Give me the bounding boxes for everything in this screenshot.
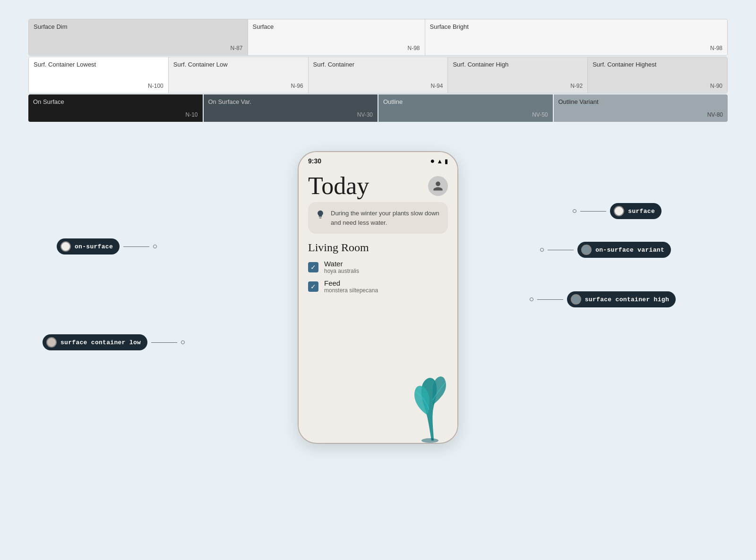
palette-cell-sc-high: Surf. Container High N-92	[448, 57, 588, 93]
pill-dot-on-surface	[60, 241, 71, 252]
annotation-line-on-surface	[123, 246, 149, 247]
task-text-0: Water hoya australis	[324, 260, 359, 274]
sc-low-code: N-96	[291, 83, 303, 89]
phone-status-bar: 9:30 ● ▲ ▮	[299, 152, 457, 168]
bulb-icon	[316, 210, 325, 221]
section-title: Living Room	[308, 241, 448, 254]
on-surface-var-code: NV-30	[357, 111, 373, 118]
signal-icon: ▲	[437, 158, 443, 165]
annotation-pill-surface: surface	[610, 203, 662, 219]
task-checkbox-0: ✓	[308, 262, 318, 272]
task-main-1: Feed	[324, 279, 378, 287]
annotation-surface: surface	[573, 203, 662, 219]
wifi-icon: ●	[430, 157, 435, 165]
palette-cell-sc-low: Surf. Container Low N-96	[169, 57, 309, 93]
annotation-dot-on-surface	[153, 245, 157, 248]
palette-row3: On Surface N-10 On Surface Var. NV-30 Ou…	[28, 94, 728, 122]
annotation-on-surface-variant: on-surface variant	[540, 242, 671, 258]
surface-bright-code: N-98	[710, 45, 722, 51]
annotation-pill-on-surface-variant: on-surface variant	[577, 242, 671, 258]
palette-cell-sc-highest: Surf. Container Highest N-90	[588, 57, 727, 93]
phone-header: Today	[308, 168, 448, 202]
annotation-dot-on-surface-variant	[540, 248, 544, 252]
on-surface-var-label: On Surface Var.	[208, 98, 373, 105]
surface-dim-code: N-87	[230, 45, 242, 51]
palette-cell-surface-bright: Surface Bright N-98	[425, 19, 728, 55]
pill-dot-on-surface-variant	[581, 245, 592, 255]
annotation-pill-surface-container-high: surface container high	[567, 291, 676, 307]
sc-low-label: Surf. Container Low	[173, 61, 303, 68]
sc-high-label: Surf. Container High	[453, 61, 583, 68]
task-checkbox-1: ✓	[308, 281, 318, 292]
today-title: Today	[308, 174, 369, 198]
pill-dot-surface-container-high	[571, 294, 581, 305]
battery-icon: ▮	[445, 158, 448, 165]
annotation-line-surface	[580, 211, 606, 212]
phone-container: 9:30 ● ▲ ▮ Today During the winter y	[298, 151, 458, 444]
annotation-line-surface-container-high	[537, 299, 563, 300]
sc-mid-label: Surf. Container	[313, 61, 443, 68]
annotation-line-surface-container-low	[151, 342, 177, 343]
annotation-dot-surface	[573, 209, 576, 213]
annotation-pill-on-surface: on-surface	[57, 238, 120, 255]
annotation-surface-container-low: surface container low	[43, 334, 185, 350]
annotation-line-on-surface-variant	[548, 250, 574, 250]
status-time: 9:30	[308, 157, 321, 165]
annotation-dot-surface-container-low	[181, 340, 185, 344]
palette-cell-surface-dim: Surface Dim N-87	[29, 19, 248, 55]
pill-text-surface-container-high: surface container high	[585, 296, 669, 303]
palette-section: Surface Dim N-87 Surface N-98 Surface Br…	[28, 19, 728, 122]
palette-cell-surface: Surface N-98	[248, 19, 425, 55]
task-item-1: ✓ Feed monstera siltepecana	[308, 279, 448, 294]
task-text-1: Feed monstera siltepecana	[324, 279, 378, 294]
pill-dot-surface-container-low	[46, 337, 57, 348]
palette-cell-outline: Outline NV-50	[378, 94, 553, 122]
surface-bright-label: Surface Bright	[430, 23, 723, 30]
task-item-0: ✓ Water hoya australis	[308, 260, 448, 274]
plant-illustration	[405, 367, 453, 438]
palette-row2: Surf. Container Lowest N-100 Surf. Conta…	[28, 57, 728, 93]
palette-cell-sc-mid: Surf. Container N-94	[309, 57, 448, 93]
annotation-pill-surface-container-low: surface container low	[43, 334, 147, 350]
palette-cell-on-surface: On Surface N-10	[28, 94, 203, 122]
phone-mockup: 9:30 ● ▲ ▮ Today During the winter y	[298, 151, 458, 444]
on-surface-code: N-10	[185, 111, 198, 118]
pill-text-on-surface-variant: on-surface variant	[595, 246, 664, 254]
task-sub-0: hoya australis	[324, 268, 359, 274]
outline-var-code: NV-80	[707, 111, 723, 118]
avatar	[428, 176, 448, 196]
surface-dim-label: Surface Dim	[34, 23, 243, 30]
phone-content: Today During the winter your plants slow…	[299, 168, 457, 438]
on-surface-label: On Surface	[33, 98, 198, 105]
sc-lowest-code: N-100	[148, 83, 163, 89]
palette-cell-outline-var: Outline Variant NV-80	[554, 94, 728, 122]
outline-var-label: Outline Variant	[558, 98, 723, 105]
palette-cell-sc-lowest: Surf. Container Lowest N-100	[29, 57, 169, 93]
annotation-surface-container-high: surface container high	[530, 291, 676, 307]
sc-highest-code: N-90	[710, 83, 722, 89]
surface-code: N-98	[407, 45, 420, 51]
surface-label: Surface	[253, 23, 420, 30]
phone-status-icons: ● ▲ ▮	[430, 157, 448, 165]
pill-text-surface-container-low: surface container low	[60, 339, 141, 346]
annotation-on-surface: on-surface	[57, 238, 157, 255]
outline-code: NV-50	[532, 111, 548, 118]
pill-text-surface: surface	[628, 208, 655, 215]
task-list: ✓ Water hoya australis ✓ Feed monstera s…	[308, 260, 448, 294]
pill-text-on-surface: on-surface	[75, 243, 113, 250]
palette-row1: Surface Dim N-87 Surface N-98 Surface Br…	[28, 19, 728, 56]
sc-highest-label: Surf. Container Highest	[593, 61, 722, 68]
info-card-text: During the winter your plants slow down …	[331, 209, 440, 227]
sc-mid-code: N-94	[430, 83, 443, 89]
task-main-0: Water	[324, 260, 359, 268]
palette-cell-on-surface-var: On Surface Var. NV-30	[204, 94, 378, 122]
sc-lowest-label: Surf. Container Lowest	[34, 61, 163, 68]
task-sub-1: monstera siltepecana	[324, 287, 378, 294]
sc-high-code: N-92	[570, 83, 583, 89]
pill-dot-surface	[614, 206, 624, 216]
info-card: During the winter your plants slow down …	[308, 202, 448, 234]
outline-label: Outline	[383, 98, 548, 105]
annotation-dot-surface-container-high	[530, 297, 533, 301]
